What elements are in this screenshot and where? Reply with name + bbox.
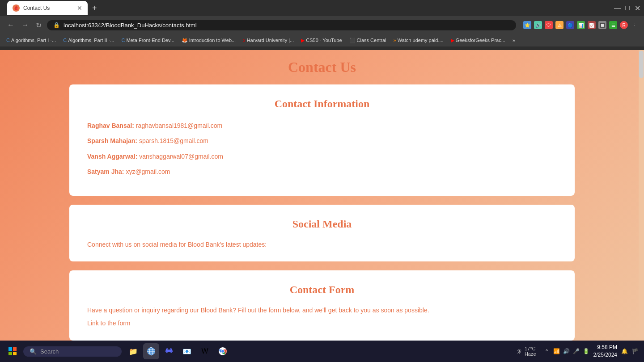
tab-favicon: 🩸 <box>13 4 20 12</box>
bookmark-more[interactable]: » <box>510 37 518 44</box>
bookmark-label-8: GeeksforGeeks Prac... <box>456 38 505 43</box>
title-bar: 🩸 Contact Us ✕ + — □ ✕ <box>0 0 644 16</box>
system-tray-icons: ^ 📶 🔊 🎤 🔋 <box>543 348 590 355</box>
clock-time: 9:58 PM <box>593 344 617 351</box>
ext-8[interactable]: 🔲 <box>598 21 606 29</box>
contact-item-1: Sparsh Mahajan: sparsh.1815@gmail.com <box>87 136 557 146</box>
minimize-button[interactable]: — <box>614 5 621 11</box>
svg-rect-0 <box>8 347 12 351</box>
bookmark-0[interactable]: C Algorithms, Part I -... <box>4 37 59 44</box>
system-clock[interactable]: 9:58 PM 2/25/2024 <box>593 344 617 359</box>
scrollbar[interactable] <box>639 50 644 341</box>
bookmark-4[interactable]: x Harvard University |... <box>240 37 297 44</box>
lock-icon: 🔒 <box>53 22 60 28</box>
bookmark-6[interactable]: ⬛ Class Central <box>347 37 389 44</box>
tab-close-button[interactable]: ✕ <box>77 4 82 12</box>
taskbar-tray: 🌫 17°C Haze ^ 📶 🔊 🎤 🔋 9:58 PM 2/25/2024 … <box>517 344 639 359</box>
weather-temp: 17°C <box>525 346 536 351</box>
tray-notification[interactable]: 🔔 <box>621 348 628 355</box>
contact-email-2: vanshaggarwal07@gmail.com <box>139 153 223 160</box>
bookmark-1[interactable]: C Algorithms, Part II -... <box>60 37 117 44</box>
address-bar[interactable]: 🔒 localhost:63342/BloodBank_DuHacks/cont… <box>47 20 516 30</box>
bookmark-8[interactable]: ▶ GeeksforGeeks Prac... <box>448 37 508 44</box>
contact-info-card: Contact Information Raghav Bansal: ragha… <box>69 84 575 196</box>
active-tab[interactable]: 🩸 Contact Us ✕ <box>7 1 88 15</box>
tray-chevron[interactable]: ^ <box>543 348 551 355</box>
browser-chrome: 🩸 Contact Us ✕ + — □ ✕ ← → ↻ 🔒 localhost… <box>0 0 644 50</box>
contact-form-card: Contact Form Have a question or inquiry … <box>69 270 575 341</box>
tray-flag[interactable]: 🏴 <box>631 348 639 355</box>
contact-email-1: sparsh.1815@gmail.com <box>139 137 208 144</box>
taskbar-mail[interactable]: 📧 <box>179 343 195 359</box>
bookmark-2[interactable]: C Meta Front-End Dev... <box>119 37 177 44</box>
svg-point-11 <box>221 350 224 353</box>
social-media-text: Connect with us on social media for Bloo… <box>87 241 557 248</box>
bookmark-label-6: Class Central <box>357 38 386 43</box>
bookmark-5[interactable]: ▶ CS50 - YouTube <box>298 37 344 44</box>
ext-profile[interactable]: R <box>620 21 628 29</box>
close-button[interactable]: ✕ <box>634 5 640 11</box>
contact-item-3: Satyam Jha: xyz@gmail.com <box>87 167 557 177</box>
new-tab-button[interactable]: + <box>89 4 100 13</box>
tray-wifi[interactable]: 📶 <box>553 348 560 355</box>
contact-info-heading: Contact Information <box>87 98 557 110</box>
back-button[interactable]: ← <box>5 19 16 31</box>
taskbar-browser[interactable] <box>143 343 159 359</box>
ext-5[interactable]: 🔵 <box>566 21 574 29</box>
social-media-heading: Social Media <box>87 218 557 230</box>
svg-rect-3 <box>13 352 17 355</box>
ext-6[interactable]: 📊 <box>577 21 585 29</box>
scrollbar-thumb[interactable] <box>639 51 644 78</box>
tab-title: Contact Us <box>23 5 50 11</box>
svg-rect-2 <box>8 352 12 355</box>
contact-name-0: Raghav Bansal: <box>87 122 134 129</box>
social-media-card: Social Media Connect with us on social m… <box>69 205 575 261</box>
search-icon: 🔍 <box>30 348 37 355</box>
url-text: localhost:63342/BloodBank_DuHacks/contac… <box>64 22 197 29</box>
bookmark-label-0: Algorithms, Part I -... <box>11 38 56 43</box>
bookmarks-bar: C Algorithms, Part I -... C Algorithms, … <box>0 34 644 46</box>
browser-extensions: ⭐ 🔊 🛡 ⚠ 🔵 📊 📈 🔲 ☰ R ⋮ <box>523 21 639 29</box>
contact-name-3: Satyam Jha: <box>87 168 124 175</box>
ext-2[interactable]: 🔊 <box>534 21 542 29</box>
bookmark-label-1: Algorithms, Part II -... <box>68 38 114 43</box>
taskbar-items: 📁 📧 W <box>125 343 231 359</box>
contact-email-0: raghavbansal1981@gmail.com <box>136 122 222 129</box>
ext-3[interactable]: 🛡 <box>545 21 553 29</box>
ext-more[interactable]: ⋮ <box>631 21 639 29</box>
page-content: Contact Us Contact Information Raghav Ba… <box>0 50 644 341</box>
bookmark-7[interactable]: » Watch udemy paid.... <box>391 37 446 44</box>
contact-name-1: Sparsh Mahajan: <box>87 137 137 144</box>
taskbar-search-bar[interactable]: 🔍 Search <box>23 346 122 357</box>
ext-7[interactable]: 📈 <box>588 21 596 29</box>
taskbar-word[interactable]: W <box>197 343 213 359</box>
weather-icon: 🌫 <box>517 349 522 354</box>
clock-date: 2/25/2024 <box>593 351 617 359</box>
taskbar-files[interactable]: 📁 <box>125 343 141 359</box>
bookmark-label-5: CS50 - YouTube <box>306 38 342 43</box>
forward-button[interactable]: → <box>20 19 30 31</box>
ext-9[interactable]: ☰ <box>609 21 617 29</box>
bookmark-label-7: Watch udemy paid.... <box>398 38 444 43</box>
contact-name-2: Vansh Aggarwal: <box>87 153 137 160</box>
svg-rect-1 <box>13 347 17 351</box>
window-controls: — □ ✕ <box>614 5 640 11</box>
contact-form-heading: Contact Form <box>87 284 557 296</box>
tray-mic[interactable]: 🎤 <box>573 348 580 355</box>
bookmark-3[interactable]: 🦊 Introduction to Web... <box>179 37 238 44</box>
refresh-button[interactable]: ↻ <box>34 19 43 31</box>
tray-battery[interactable]: 🔋 <box>583 348 590 355</box>
maximize-button[interactable]: □ <box>624 5 631 11</box>
ext-1[interactable]: ⭐ <box>523 21 531 29</box>
contact-item-0: Raghav Bansal: raghavbansal1981@gmail.co… <box>87 121 557 130</box>
contact-email-3: xyz@gmail.com <box>126 168 170 175</box>
search-label: Search <box>40 348 59 355</box>
start-button[interactable] <box>5 344 20 358</box>
address-bar-row: ← → ↻ 🔒 localhost:63342/BloodBank_DuHack… <box>0 16 644 34</box>
tray-speaker[interactable]: 🔊 <box>563 348 570 355</box>
taskbar-chrome[interactable] <box>215 343 231 359</box>
taskbar-discord[interactable] <box>161 343 177 359</box>
ext-4[interactable]: ⚠ <box>555 21 564 29</box>
contact-form-link[interactable]: Link to the form <box>87 320 131 327</box>
weather-widget: 🌫 17°C Haze <box>517 346 536 357</box>
